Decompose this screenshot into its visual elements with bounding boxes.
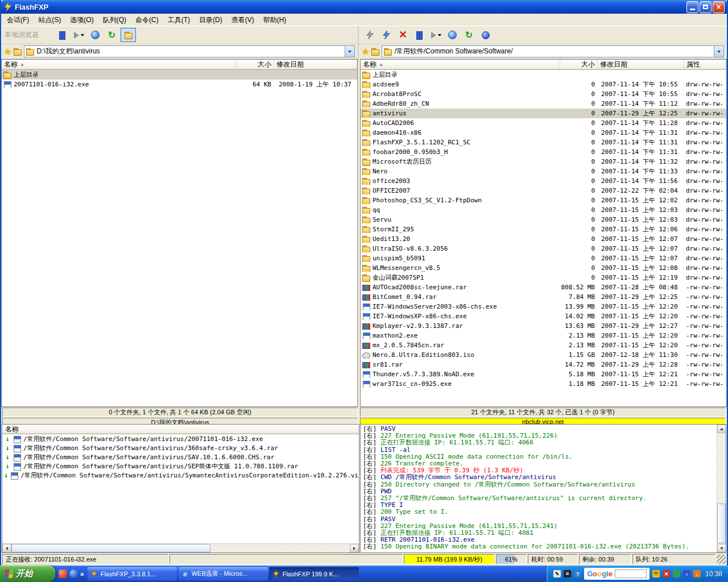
menu-item[interactable]: 工具(T) bbox=[163, 14, 195, 26]
file-row[interactable]: Uedit13.2002007-11-15 上午 12:07drw-rw-rw- bbox=[361, 234, 726, 244]
file-row[interactable]: Nero.8.Ultra.Edition803.iso1.15 GB2007-1… bbox=[361, 350, 726, 360]
keyboard-icon[interactable]: ⌗ bbox=[564, 570, 571, 577]
file-row[interactable]: sr81.rar14.72 MB2007-11-29 上午 12:28-rw-r… bbox=[361, 360, 726, 369]
queue-item[interactable]: ↓/常用软件/Common Software/Software/antiviru… bbox=[2, 471, 359, 480]
taskbar-task[interactable]: eWEB迅雷 - Micros... bbox=[179, 567, 268, 580]
scroll-up-button[interactable] bbox=[717, 425, 726, 433]
start-button[interactable]: 开始 bbox=[0, 566, 55, 582]
file-row[interactable]: maxthon2.exe2.13 MB2007-11-15 上午 12:20-r… bbox=[361, 331, 726, 340]
remote-path-dropdown-button[interactable] bbox=[714, 46, 723, 57]
tray-icon-volume[interactable]: ♪ bbox=[683, 570, 690, 577]
file-row[interactable]: antivirus02007-11-29 上午 12:25drw-rw-rw- bbox=[361, 109, 726, 118]
menu-item[interactable]: 选项(O) bbox=[65, 14, 98, 26]
remote-sites-button[interactable] bbox=[445, 28, 460, 42]
scrollbar-thumb[interactable] bbox=[717, 504, 726, 543]
column-header-size[interactable]: 大小 bbox=[237, 60, 274, 70]
close-button[interactable]: × bbox=[713, 1, 725, 13]
local-path-dropdown-button[interactable] bbox=[345, 46, 354, 57]
queue-item[interactable]: ↓/常用软件/Common Software/Software/antiviru… bbox=[2, 452, 359, 462]
help-icon[interactable]: ? bbox=[574, 570, 581, 577]
local-refresh-button[interactable]: ↻ bbox=[104, 28, 119, 42]
file-row[interactable]: OFFICE200702007-12-22 下午 02:04drw-rw-rw- bbox=[361, 186, 726, 196]
file-row[interactable]: Kmplayer-v2.9.3.1387.rar13.63 MB2007-11-… bbox=[361, 321, 726, 331]
local-sites-button[interactable] bbox=[88, 28, 103, 42]
local-path-combobox[interactable]: D:\我的文档\antivirus bbox=[24, 45, 355, 57]
file-row[interactable]: IE7-WindowsXP-x86-chs.exe14.02 MB2007-11… bbox=[361, 311, 726, 321]
tray-icon-security[interactable]: ✕ bbox=[663, 570, 670, 577]
local-pause-button[interactable] bbox=[55, 28, 70, 42]
pen-input-icon[interactable]: ✎ bbox=[553, 570, 561, 577]
file-row[interactable]: daemon410-x8602007-11-14 下午 11:31drw-rw-… bbox=[361, 128, 726, 138]
google-search-deskband[interactable]: Google bbox=[584, 568, 650, 580]
file-row[interactable]: Photoshop_CS3_SC_V1.2-FtpDown02007-11-15… bbox=[361, 196, 726, 205]
abort-button[interactable]: ✕ bbox=[395, 28, 411, 42]
minimize-button[interactable] bbox=[686, 1, 698, 13]
google-search-input[interactable] bbox=[615, 569, 647, 578]
tray-icon-input-language[interactable]: 中 bbox=[652, 570, 660, 577]
file-row[interactable]: AdbeRdr80_zh_CN02007-11-14 下午 11:12drw-r… bbox=[361, 99, 726, 109]
maximize-button[interactable] bbox=[700, 1, 712, 13]
taskbar-task[interactable]: FlashFXP_3.3.8.1... bbox=[88, 567, 177, 580]
queue-item[interactable]: ↓/常用软件/Common Software/Software/antiviru… bbox=[2, 462, 359, 471]
scroll-right-button[interactable] bbox=[350, 544, 359, 552]
file-row[interactable]: WLMessengercn_v8.502007-11-15 上午 12:08dr… bbox=[361, 263, 726, 273]
file-row[interactable]: UltraISO-v8.6.3.205602007-11-15 上午 12:07… bbox=[361, 244, 726, 253]
file-row[interactable]: Acrobat8ProSC02007-11-14 下午 10:55drw-rw-… bbox=[361, 89, 726, 99]
scroll-down-button[interactable] bbox=[717, 544, 726, 552]
file-row[interactable]: Microsoft农历日历02007-11-14 下午 11:32drw-rw-… bbox=[361, 157, 726, 167]
file-row[interactable]: acdsee902007-11-14 下午 10:55drw-rw-rw- bbox=[361, 80, 726, 89]
column-header-name[interactable]: 名称▲ bbox=[361, 60, 560, 70]
file-row[interactable]: wrar371sc_cn-0925.exe1.18 MB2007-11-15 上… bbox=[361, 379, 726, 389]
scroll-left-button[interactable] bbox=[2, 544, 11, 552]
menu-item[interactable]: 站点(S) bbox=[34, 14, 65, 26]
menu-item[interactable]: 目录(D) bbox=[195, 14, 227, 26]
up-directory-row[interactable]: ↑上层目录 bbox=[361, 70, 726, 80]
file-row[interactable]: StormII_29502007-11-15 上午 12:06drw-rw-rw… bbox=[361, 225, 726, 234]
column-header-date[interactable]: 修改日期 bbox=[274, 60, 357, 70]
scrollbar-thumb[interactable] bbox=[11, 544, 210, 552]
remote-pause-button[interactable] bbox=[412, 28, 427, 42]
local-transfer-button[interactable] bbox=[71, 28, 86, 42]
connect-button[interactable] bbox=[362, 28, 378, 42]
file-row[interactable]: office200302007-11-14 下午 11:56drw-rw-rw- bbox=[361, 176, 726, 186]
menu-item[interactable]: 帮助(H) bbox=[259, 14, 291, 26]
file-row[interactable]: AutoCAD200602007-11-14 下午 11:28drw-rw-rw… bbox=[361, 118, 726, 128]
column-header-name[interactable]: 名称▲ bbox=[2, 60, 237, 70]
file-row[interactable]: 金山词霸2007SP102007-11-15 上午 12:19drw-rw-rw… bbox=[361, 273, 726, 282]
quick-connect-button[interactable] bbox=[379, 28, 394, 42]
tray-icon-download[interactable]: ↓ bbox=[693, 570, 701, 577]
menu-item[interactable]: 队列(Q) bbox=[98, 14, 131, 26]
favorites-star-icon[interactable]: ★ bbox=[362, 47, 369, 57]
quick-launch-icon[interactable] bbox=[59, 569, 67, 578]
taskbar-task[interactable]: FlashFXP 199.9 K... bbox=[270, 567, 359, 580]
menu-item[interactable]: 命令(C) bbox=[131, 14, 163, 26]
passive-mode-button[interactable] bbox=[478, 28, 493, 42]
column-header-size[interactable]: 大小 bbox=[560, 60, 598, 70]
queue-item[interactable]: ↓/常用软件/Common Software/Software/antiviru… bbox=[2, 434, 359, 443]
tray-icon-messenger[interactable] bbox=[673, 570, 680, 577]
remote-refresh-button[interactable]: ↻ bbox=[461, 28, 477, 42]
file-row[interactable]: Nero02007-11-14 下午 11:33drw-rw-rw- bbox=[361, 167, 726, 176]
remote-up-directory-button[interactable]: ↑ bbox=[371, 48, 379, 55]
file-row[interactable]: Thunder.v5.7.3.389.NoAD.exe5.18 MB2007-1… bbox=[361, 369, 726, 379]
remote-path-combobox[interactable]: /常用软件/Common Software/Software/ bbox=[382, 45, 724, 57]
resize-grip[interactable] bbox=[717, 555, 726, 564]
file-row[interactable]: foobar2000_0.950b3_H02007-11-14 下午 11:31… bbox=[361, 147, 726, 157]
file-row[interactable]: Servu02007-11-15 上午 12:03drw-rw-rw- bbox=[361, 215, 726, 225]
log-vertical-scrollbar[interactable] bbox=[717, 425, 726, 552]
menu-item[interactable]: 查看(V) bbox=[227, 14, 259, 26]
queue-horizontal-scrollbar[interactable] bbox=[2, 543, 359, 552]
file-row[interactable]: FlashFXP_3.5.1.1202_RC1_SC02007-11-14 下午… bbox=[361, 138, 726, 147]
local-folder-view-button[interactable] bbox=[121, 28, 136, 42]
up-directory-row[interactable]: ↑上层目录 bbox=[2, 70, 357, 80]
file-row[interactable]: unispim5_b509102007-11-15 上午 12:07drw-rw… bbox=[361, 253, 726, 263]
column-header-date[interactable]: 修改日期 bbox=[598, 60, 684, 70]
queue-item[interactable]: ↓/常用软件/Common Software/Software/antiviru… bbox=[2, 443, 359, 452]
local-up-directory-button[interactable]: ↑ bbox=[14, 48, 22, 55]
queue-column-header[interactable]: 名称 bbox=[2, 425, 359, 434]
menu-item[interactable]: 会话(F) bbox=[2, 14, 34, 26]
favorites-star-icon[interactable]: ★ bbox=[4, 47, 11, 57]
file-row[interactable]: IE7-WindowsServer2003-x86-chs.exe13.99 M… bbox=[361, 302, 726, 311]
quick-launch-overflow[interactable]: » bbox=[80, 570, 84, 578]
file-row[interactable]: AUTOcad2008sc-leejune.rar808.52 MB2007-1… bbox=[361, 282, 726, 292]
